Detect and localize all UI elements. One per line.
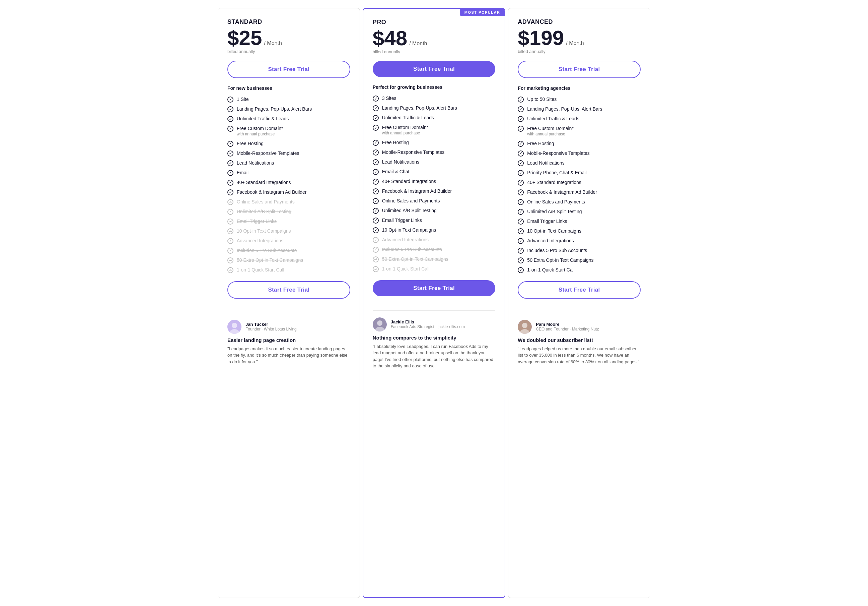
check-icon <box>373 247 379 253</box>
check-icon <box>373 149 379 155</box>
most-popular-badge: MOST POPULAR <box>460 9 505 16</box>
author-name: Jan Tucker <box>245 322 297 327</box>
feature-text: Unlimited A/B Split Testing <box>382 207 437 213</box>
check-icon <box>227 238 233 244</box>
check-icon <box>518 106 524 112</box>
check-icon <box>518 180 524 186</box>
check-icon <box>518 160 524 166</box>
plan-card-pro: MOST POPULAR PRO $48 / Month billed annu… <box>363 8 506 598</box>
testimonial-author-row: Jan Tucker Founder · White Lotus Living <box>227 320 350 334</box>
testimonial-quote: "Leadpages makes it so much easier to cr… <box>227 346 350 365</box>
plan-tagline: For marketing agencies <box>518 85 641 91</box>
check-icon <box>518 209 524 215</box>
check-icon <box>373 105 379 111</box>
svg-point-1 <box>232 323 237 328</box>
feature-text: 10 Opt-in Text Campaigns <box>527 228 581 234</box>
feature-text: Advanced Integrations <box>527 238 574 244</box>
check-icon <box>227 106 233 112</box>
testimonial-author-row: Pam Moore CEO and Founder · Marketing Nu… <box>518 320 641 334</box>
feature-text: Online Sales and Payments <box>382 198 440 204</box>
feature-item: Facebook & Instagram Ad Builder <box>518 189 641 196</box>
plan-billed: billed annually <box>518 49 641 54</box>
cta-button-top[interactable]: Start Free Trial <box>373 61 496 77</box>
svg-point-4 <box>377 320 383 326</box>
feature-item: 50 Extra Opt-in Text Campaigns <box>227 257 350 263</box>
check-icon <box>227 151 233 157</box>
feature-text: Includes 5 Pro Sub Accounts <box>527 247 587 253</box>
author-info: Jan Tucker Founder · White Lotus Living <box>245 322 297 331</box>
feature-text: Includes 5 Pro Sub Accounts <box>237 247 297 253</box>
plan-name: STANDARD <box>227 19 350 25</box>
cta-button-bottom[interactable]: Start Free Trial <box>373 280 496 296</box>
plan-name: ADVANCED <box>518 19 641 25</box>
check-icon <box>227 190 233 196</box>
feature-item: Online Sales and Payments <box>518 199 641 205</box>
testimonial-author-row: Jackie Ellis Facebook Ads Strategist · j… <box>373 317 496 331</box>
feature-item: Unlimited Traffic & Leads <box>373 115 496 121</box>
feature-item: Priority Phone, Chat & Email <box>518 169 641 176</box>
feature-text: Email <box>237 169 248 176</box>
check-icon <box>518 267 524 273</box>
feature-item: Facebook & Instagram Ad Builder <box>227 189 350 196</box>
feature-text: Facebook & Instagram Ad Builder <box>382 188 452 194</box>
feature-text: Mobile-Responsive Templates <box>527 150 590 156</box>
plan-price: $48 <box>373 28 407 48</box>
plan-card-advanced: ADVANCED $199 / Month billed annually St… <box>508 8 650 598</box>
cta-button-top[interactable]: Start Free Trial <box>227 61 350 78</box>
check-icon <box>518 238 524 244</box>
feature-text: Priority Phone, Chat & Email <box>527 169 586 176</box>
feature-item: Facebook & Instagram Ad Builder <box>373 188 496 194</box>
feature-sub: with annual purchase <box>237 132 283 137</box>
avatar <box>518 320 532 334</box>
feature-text: Email Trigger Links <box>382 217 422 223</box>
check-icon <box>518 126 524 132</box>
check-icon <box>373 237 379 243</box>
feature-text: 50 Extra Opt-in Text Campaigns <box>527 257 594 263</box>
plan-price-period: / Month <box>566 40 584 46</box>
cta-button-top[interactable]: Start Free Trial <box>518 61 641 78</box>
author-name: Pam Moore <box>536 322 599 327</box>
check-icon <box>518 190 524 196</box>
check-icon <box>373 256 379 263</box>
cta-button-bottom[interactable]: Start Free Trial <box>518 281 641 298</box>
plan-price-period: / Month <box>264 40 282 46</box>
feature-item: Email Trigger Links <box>227 218 350 225</box>
feature-text: Mobile-Responsive Templates <box>382 149 445 155</box>
feature-text: 10 Opt-in Text Campaigns <box>237 228 291 234</box>
plan-name: PRO <box>373 19 496 26</box>
cta-button-bottom[interactable]: Start Free Trial <box>227 281 350 298</box>
check-icon <box>373 208 379 214</box>
feature-text: Lead Notifications <box>527 160 564 166</box>
feature-text: Landing Pages, Pop-Ups, Alert Bars <box>237 106 312 112</box>
feature-item: Up to 50 Sites <box>518 96 641 103</box>
feature-item: Email & Chat <box>373 169 496 175</box>
check-icon <box>227 141 233 147</box>
check-icon <box>227 199 233 205</box>
check-icon <box>373 115 379 121</box>
feature-text: 40+ Standard Integrations <box>382 178 436 184</box>
check-icon <box>518 96 524 103</box>
avatar <box>227 320 242 334</box>
plan-tagline: For new businesses <box>227 85 350 91</box>
check-icon <box>373 169 379 175</box>
feature-text: 50 Extra Opt-in Text Campaigns <box>237 257 303 263</box>
features-list: 1 Site Landing Pages, Pop-Ups, Alert Bar… <box>227 96 350 273</box>
feature-item: Mobile-Responsive Templates <box>227 150 350 157</box>
feature-item: Unlimited Traffic & Leads <box>227 116 350 122</box>
author-info: Jackie Ellis Facebook Ads Strategist · j… <box>391 319 465 329</box>
feature-text: 10 Opt-in Text Campaigns <box>382 227 436 233</box>
feature-text: Landing Pages, Pop-Ups, Alert Bars <box>527 106 602 112</box>
feature-item: Lead Notifications <box>227 160 350 166</box>
testimonial-section: Jan Tucker Founder · White Lotus Living … <box>227 320 350 365</box>
check-icon <box>227 116 233 122</box>
svg-point-7 <box>522 323 527 328</box>
check-icon <box>373 96 379 101</box>
feature-item: Lead Notifications <box>373 159 496 165</box>
feature-text: 40+ Standard Integrations <box>527 179 581 185</box>
feature-item: Lead Notifications <box>518 160 641 166</box>
feature-item: Unlimited A/B Split Testing <box>227 208 350 215</box>
feature-item: 40+ Standard Integrations <box>373 178 496 185</box>
feature-item: 10 Opt-in Text Campaigns <box>227 228 350 234</box>
feature-text: Email Trigger Links <box>527 218 567 224</box>
check-icon <box>227 96 233 103</box>
